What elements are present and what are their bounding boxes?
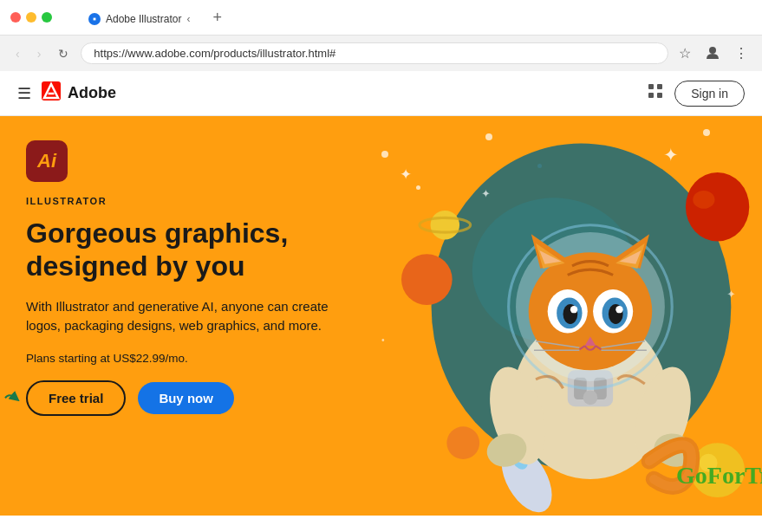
svg-text:✦: ✦ <box>481 188 491 200</box>
address-bar[interactable]: https://www.adobe.com/products/illustrat… <box>81 42 668 64</box>
traffic-lights <box>10 12 52 23</box>
buy-now-button[interactable]: Buy now <box>138 382 234 414</box>
back-button[interactable]: ‹ <box>10 43 25 64</box>
maximize-button[interactable] <box>42 12 52 23</box>
close-button[interactable] <box>10 12 21 23</box>
product-label: ILLUSTRATOR <box>26 196 338 206</box>
svg-text:✦: ✦ <box>663 145 679 165</box>
apps-grid-icon[interactable] <box>647 82 664 104</box>
url-text: https://www.adobe.com/products/illustrat… <box>94 47 335 60</box>
hero-title: Gorgeous graphics, designed by you <box>26 217 338 283</box>
svg-text:✦: ✦ <box>726 289 736 301</box>
nav-bar: ‹ › ↻ https://www.adobe.com/products/ill… <box>0 35 762 71</box>
svg-point-13 <box>686 172 749 242</box>
svg-point-44 <box>570 306 577 313</box>
svg-point-12 <box>401 254 453 305</box>
adobe-logo-icon <box>42 81 61 106</box>
svg-point-45 <box>615 306 622 313</box>
title-bar: Adobe Illustrator ‹ + <box>0 0 762 35</box>
tab-bar: Adobe Illustrator ‹ + <box>66 5 752 30</box>
hero-left: Ai ILLUSTRATOR Gorgeous graphics, design… <box>0 116 364 516</box>
svg-rect-7 <box>648 93 654 98</box>
svg-rect-8 <box>657 93 662 98</box>
svg-point-1 <box>709 47 716 54</box>
browser-chrome: Adobe Illustrator ‹ + ‹ › ↻ https://www.… <box>0 0 762 71</box>
nav-actions: ☆ ⋮ <box>675 41 752 67</box>
menu-button[interactable]: ⋮ <box>731 42 752 65</box>
free-trial-button[interactable]: Free trial <box>26 380 126 416</box>
goforial-text: GoForTrial <box>676 462 762 490</box>
sign-in-button[interactable]: Sign in <box>674 81 745 107</box>
cta-buttons: Free trial Buy now <box>26 380 338 416</box>
adobe-logo-text: Adobe <box>68 84 116 102</box>
active-tab[interactable]: Adobe Illustrator ‹ <box>76 8 202 30</box>
svg-point-17 <box>446 426 479 459</box>
hero-section: Ai ILLUSTRATOR Gorgeous graphics, design… <box>0 116 762 516</box>
profile-button[interactable] <box>701 41 724 67</box>
hamburger-menu[interactable]: ☰ <box>17 84 31 103</box>
illustrator-logo-text: Ai <box>37 150 56 172</box>
hero-illustration: ✦ ✦ ✦ • ✦ GoForTrial Orange astronaut ca… <box>364 116 762 516</box>
svg-point-14 <box>693 191 714 209</box>
svg-point-18 <box>431 211 460 240</box>
svg-rect-5 <box>648 84 654 89</box>
illustrator-logo: Ai <box>26 140 68 182</box>
adobe-logo[interactable]: Adobe <box>42 81 116 106</box>
svg-rect-6 <box>657 84 662 89</box>
tab-title-text: Adobe Illustrator <box>106 13 181 25</box>
new-tab-button[interactable]: + <box>205 5 229 30</box>
refresh-button[interactable]: ↻ <box>53 43 74 64</box>
tab-favicon <box>88 13 101 25</box>
hero-description: With Illustrator and generative AI, anyo… <box>26 297 338 336</box>
svg-text:✦: ✦ <box>400 166 412 183</box>
cat-svg: ✦ ✦ ✦ • ✦ <box>364 116 762 516</box>
svg-point-27 <box>583 390 598 405</box>
tab-close-button[interactable]: ‹ <box>186 13 190 25</box>
adobe-header: ☰ Adobe Sign in <box>0 71 762 116</box>
svg-text:•: • <box>381 335 385 345</box>
forward-button[interactable]: › <box>32 43 47 64</box>
plans-text: Plans starting at US$22.99/mo. <box>26 352 338 365</box>
minimize-button[interactable] <box>26 12 36 23</box>
arrow-indicator <box>2 386 23 410</box>
bookmark-button[interactable]: ☆ <box>675 42 694 65</box>
